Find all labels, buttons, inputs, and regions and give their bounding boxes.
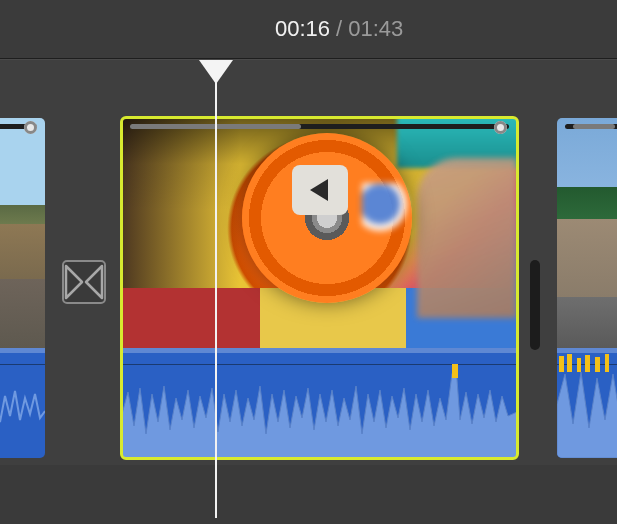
reverse-play-button[interactable] <box>292 165 348 215</box>
clip-speed-bar[interactable] <box>130 124 509 129</box>
clip-thumbnail <box>122 118 517 348</box>
clip-marker-icon[interactable] <box>494 121 507 134</box>
clip-audio-track[interactable] <box>557 348 617 458</box>
timeline-clip-left[interactable] <box>0 118 45 458</box>
transition-icon[interactable] <box>62 260 106 304</box>
reverse-triangle-icon <box>306 176 334 204</box>
audio-waveform-icon <box>557 364 617 458</box>
audio-waveform-icon <box>122 364 517 458</box>
clip-audio-track[interactable] <box>0 348 45 458</box>
timecode-total: 01:43 <box>348 16 403 42</box>
svg-rect-0 <box>452 364 458 378</box>
clip-speed-bar[interactable] <box>565 124 617 129</box>
clip-marker-icon[interactable] <box>24 121 37 134</box>
timecode-current: 00:16 <box>275 16 330 42</box>
audio-waveform-icon <box>0 364 45 458</box>
clip-audio-track[interactable] <box>122 348 517 458</box>
timeline-clip-right[interactable] <box>557 118 617 458</box>
timeline[interactable] <box>0 60 617 465</box>
clip-thumbnail <box>0 118 45 348</box>
timeline-scroll-handle[interactable] <box>530 260 540 350</box>
timecode-bar: 00:16 / 01:43 <box>0 0 617 58</box>
clip-thumbnail <box>557 118 617 348</box>
timecode-separator: / <box>336 16 342 42</box>
